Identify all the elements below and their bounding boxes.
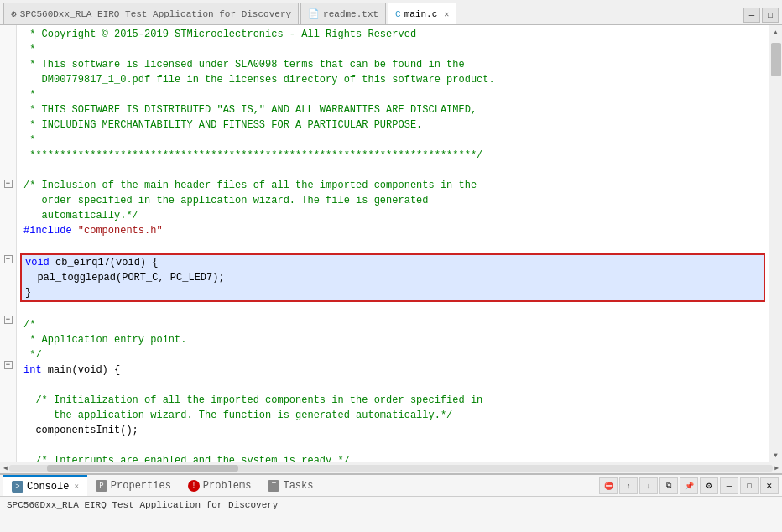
properties-icon: P bbox=[96, 480, 107, 492]
line-content-11: /* Inclusion of the main header files of… bbox=[23, 178, 477, 193]
gutter-row bbox=[0, 55, 16, 70]
line-content-15 bbox=[23, 238, 29, 253]
line-content-21: * Application entry point. bbox=[23, 332, 186, 347]
gutter-row bbox=[0, 116, 16, 131]
code-line-28 bbox=[17, 438, 769, 453]
gutter-row bbox=[0, 86, 16, 101]
code-line-29: /* Interrupts are enabled and the system… bbox=[17, 453, 769, 462]
btn-panel-close[interactable]: ✕ bbox=[760, 477, 779, 494]
code-line-27: componentsInit(); bbox=[17, 423, 769, 438]
fold-main-icon: − bbox=[4, 361, 13, 369]
tab-readme-label: readme.txt bbox=[323, 9, 378, 19]
tab-app-icon: ⚙ bbox=[11, 8, 17, 19]
gutter-fold-comment2[interactable]: − bbox=[0, 312, 16, 327]
gutter-fold-main[interactable]: − bbox=[0, 357, 16, 373]
gutter-row bbox=[0, 267, 16, 282]
gutter-fold-comment[interactable]: − bbox=[0, 176, 16, 191]
line-content-3: * This software is licensed under SLA009… bbox=[23, 57, 465, 72]
btn-scroll-down[interactable]: ↓ bbox=[639, 477, 658, 494]
line-content-14-hash: #include bbox=[23, 223, 78, 238]
scroll-track bbox=[769, 39, 782, 448]
bottom-tabs-bar: > Console ✕ P Properties ! Problems T Ta… bbox=[0, 475, 782, 497]
code-line-18: } bbox=[22, 285, 764, 300]
problems-icon: ! bbox=[188, 480, 200, 492]
code-line-1: * Copyright © 2015-2019 STMicroelectroni… bbox=[17, 27, 769, 42]
gutter-row bbox=[0, 206, 16, 222]
code-line-23: int main(void) { bbox=[17, 362, 769, 378]
code-line-8: * bbox=[17, 133, 769, 148]
code-line-11: /* Inclusion of the main header files of… bbox=[17, 178, 769, 193]
tab-console[interactable]: > Console ✕ bbox=[3, 475, 87, 496]
tab-console-close[interactable]: ✕ bbox=[74, 482, 78, 491]
gutter-fold-void[interactable]: − bbox=[0, 252, 16, 267]
line-content-7: * INCLUDING MERCHANTABILITY AND FITNESS … bbox=[23, 117, 422, 133]
line-content-20: /* bbox=[23, 317, 35, 332]
btn-scroll-up[interactable]: ↑ bbox=[619, 477, 638, 494]
fold-minus-icon: − bbox=[4, 180, 13, 188]
vertical-scrollbar[interactable]: ▲ ▼ bbox=[769, 25, 782, 462]
code-line-6: * THIS SOFTWARE IS DISTRIBUTED "AS IS," … bbox=[17, 102, 769, 117]
editor-area: − − − − * Copyright © 2015-2019 STMicroe… bbox=[0, 25, 782, 462]
gutter-row bbox=[0, 40, 16, 55]
console-content: SPC560Dxx_RLA EIRQ Test Application for … bbox=[0, 497, 782, 532]
tab-readme-icon: 📄 bbox=[308, 8, 320, 19]
code-editor[interactable]: * Copyright © 2015-2019 STMicroelectroni… bbox=[17, 25, 769, 462]
tab-readme[interactable]: 📄 readme.txt bbox=[300, 3, 386, 24]
win-maximize-btn[interactable]: □ bbox=[762, 8, 779, 23]
gutter-row bbox=[0, 282, 16, 297]
tab-main[interactable]: C main.c ✕ bbox=[388, 3, 456, 24]
code-line-14: #include "components.h" bbox=[17, 223, 769, 238]
tab-problems[interactable]: ! Problems bbox=[180, 475, 260, 496]
code-line-16: void cb_eirq17(void) { bbox=[22, 255, 764, 270]
code-line-3: * This software is licensed under SLA009… bbox=[17, 57, 769, 72]
title-bar: ⚙ SPC560Dxx_RLA EIRQ Test Application fo… bbox=[0, 0, 782, 25]
tasks-icon: T bbox=[268, 480, 279, 492]
scroll-up-btn[interactable]: ▲ bbox=[769, 25, 783, 39]
line-fn-16: cb_eirq17(void) { bbox=[55, 255, 158, 270]
btn-panel-minimize[interactable]: ─ bbox=[720, 477, 738, 494]
tab-main-icon: C bbox=[395, 9, 401, 19]
win-minimize-btn[interactable]: ─ bbox=[743, 8, 760, 23]
btn-console-settings[interactable]: ⚙ bbox=[700, 477, 718, 494]
line-content-19 bbox=[23, 302, 29, 317]
line-content-28 bbox=[23, 438, 29, 453]
gutter-row bbox=[0, 25, 16, 40]
code-line-19 bbox=[17, 302, 769, 317]
code-line-17: pal_togglepad(PORT_C, PC_LED7); bbox=[22, 270, 764, 285]
line-content-10 bbox=[23, 163, 29, 178]
line-content-22: */ bbox=[23, 347, 42, 362]
tab-main-close[interactable]: ✕ bbox=[444, 9, 449, 19]
gutter-row bbox=[0, 191, 16, 206]
scroll-thumb[interactable] bbox=[771, 43, 781, 76]
highlighted-block: void cb_eirq17(void) { pal_togglepad(POR… bbox=[20, 253, 765, 302]
line-content-27: componentsInit(); bbox=[23, 423, 138, 438]
gutter-row bbox=[0, 101, 16, 116]
line-content-1: * Copyright © 2015-2019 STMicroelectroni… bbox=[23, 27, 416, 42]
fold-void-icon: − bbox=[4, 255, 13, 263]
scroll-down-btn[interactable]: ▼ bbox=[769, 448, 783, 462]
btn-panel-maximize[interactable]: □ bbox=[740, 477, 759, 494]
fold-comment2-icon: − bbox=[4, 316, 13, 324]
h-scroll-right-btn[interactable]: ▶ bbox=[773, 464, 780, 472]
line-content-5: * bbox=[23, 87, 35, 102]
gutter-row bbox=[0, 131, 16, 146]
btn-pin-console[interactable]: 📌 bbox=[680, 477, 698, 494]
code-line-9: ****************************************… bbox=[17, 148, 769, 163]
btn-clear-console[interactable]: ⛔ bbox=[599, 477, 618, 494]
h-scroll-thumb[interactable] bbox=[47, 465, 238, 472]
console-status-text: SPC560Dxx_RLA EIRQ Test Application for … bbox=[7, 500, 278, 510]
tab-app[interactable]: ⚙ SPC560Dxx_RLA EIRQ Test Application fo… bbox=[3, 3, 299, 24]
tab-properties[interactable]: P Properties bbox=[87, 475, 180, 496]
tab-problems-label: Problems bbox=[203, 480, 252, 492]
code-line-4: DM00779817_1_0.pdf file in the licenses … bbox=[17, 72, 769, 87]
line-content-26: the application wizard. The function is … bbox=[23, 408, 452, 423]
tab-app-label: SPC560Dxx_RLA EIRQ Test Application for … bbox=[20, 9, 291, 19]
h-scroll-left-btn[interactable]: ◀ bbox=[2, 464, 9, 472]
gutter-row bbox=[0, 70, 16, 86]
line-content-14-str: "components.h" bbox=[78, 223, 163, 238]
line-content-29: /* Interrupts are enabled and the system… bbox=[23, 453, 350, 462]
line-content-25: /* Initialization of all the imported co… bbox=[23, 393, 482, 408]
tab-tasks[interactable]: T Tasks bbox=[259, 475, 321, 496]
btn-copy-console[interactable]: ⧉ bbox=[659, 477, 678, 494]
code-line-12: order specified in the application wizar… bbox=[17, 193, 769, 208]
